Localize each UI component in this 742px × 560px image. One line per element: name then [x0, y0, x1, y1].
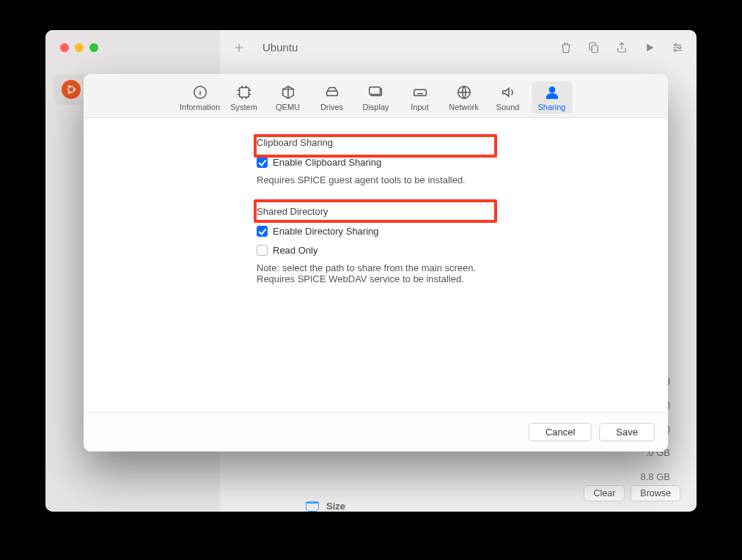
settings-sliders-icon[interactable] [670, 40, 685, 55]
bg-size-label: Size [326, 501, 345, 512]
cancel-button[interactable]: Cancel [529, 423, 592, 441]
enable-directory-checkbox[interactable] [257, 226, 268, 237]
bg-size-value: 8.8 GB [641, 471, 670, 482]
directory-helper: Note: select the path to share from the … [257, 262, 499, 284]
save-button[interactable]: Save [599, 423, 655, 441]
svg-point-5 [73, 88, 76, 90]
tab-label: System [230, 103, 257, 111]
trash-icon[interactable] [559, 40, 573, 55]
tab-label: Network [449, 103, 478, 111]
enable-clipboard-label: Enable Clipboard Sharing [273, 157, 381, 168]
svg-rect-10 [326, 91, 337, 95]
readonly-row[interactable]: Read Only [257, 242, 639, 258]
sheet-footer: Cancel Save [84, 412, 668, 452]
settings-sheet: Information System QEMU Drives Display I… [84, 74, 668, 452]
svg-point-7 [68, 92, 70, 94]
readonly-label: Read Only [273, 245, 317, 256]
tab-label: Drives [320, 103, 343, 111]
add-vm-button[interactable] [232, 40, 246, 55]
tab-label: Information [180, 103, 220, 111]
tab-label: Display [362, 103, 389, 111]
tab-sharing[interactable]: Sharing [532, 81, 573, 114]
tab-network[interactable]: Network [444, 81, 485, 114]
duplicate-icon[interactable] [587, 40, 601, 55]
enable-directory-row[interactable]: Enable Directory Sharing [257, 223, 639, 239]
bg-dir-buttons: Clear Browse [584, 485, 680, 501]
tab-label: Sound [496, 103, 520, 111]
svg-point-2 [679, 46, 681, 48]
readonly-checkbox[interactable] [257, 245, 268, 256]
svg-point-4 [68, 86, 74, 92]
tab-label: Input [411, 103, 428, 111]
close-window-icon[interactable] [60, 43, 69, 52]
svg-point-1 [675, 43, 677, 45]
play-icon[interactable] [642, 40, 657, 55]
clipboard-helper: Requires SPICE guest agent tools to be i… [257, 174, 639, 185]
content-toolbar: Ubuntu [220, 30, 697, 65]
share-icon[interactable] [614, 40, 629, 55]
enable-directory-label: Enable Directory Sharing [273, 226, 379, 237]
svg-point-3 [675, 49, 677, 51]
bg-size-row: Size [306, 501, 345, 512]
svg-rect-0 [592, 45, 598, 53]
drive-icon [306, 501, 319, 512]
svg-rect-9 [239, 88, 249, 97]
highlight-clipboard [254, 134, 497, 158]
tab-drives[interactable]: Drives [312, 81, 353, 114]
enable-clipboard-checkbox[interactable] [257, 157, 268, 168]
clear-button[interactable]: Clear [584, 485, 625, 501]
tab-label: Sharing [538, 103, 566, 111]
minimize-window-icon[interactable] [75, 43, 84, 52]
browse-button[interactable]: Browse [631, 485, 680, 501]
tab-system[interactable]: System [224, 81, 265, 114]
ubuntu-logo-icon [62, 80, 81, 99]
svg-point-6 [68, 85, 70, 87]
main-toolbar: Ubuntu [45, 30, 697, 65]
tab-label: QEMU [276, 103, 300, 111]
sheet-body: Clipboard Sharing Enable Clipboard Shari… [84, 118, 668, 412]
tab-display[interactable]: Display [356, 81, 397, 114]
svg-rect-12 [369, 87, 380, 95]
tab-qemu[interactable]: QEMU [268, 81, 309, 114]
svg-rect-13 [414, 89, 426, 95]
highlight-directory [254, 199, 497, 223]
svg-point-15 [549, 87, 554, 92]
window-title: Ubuntu [262, 41, 298, 54]
zoom-window-icon[interactable] [89, 43, 98, 52]
tab-sound[interactable]: Sound [488, 81, 529, 114]
tab-input[interactable]: Input [400, 81, 441, 114]
traffic-lights [45, 30, 220, 65]
tab-information[interactable]: Information [180, 81, 221, 114]
settings-tabbar: Information System QEMU Drives Display I… [84, 74, 668, 118]
